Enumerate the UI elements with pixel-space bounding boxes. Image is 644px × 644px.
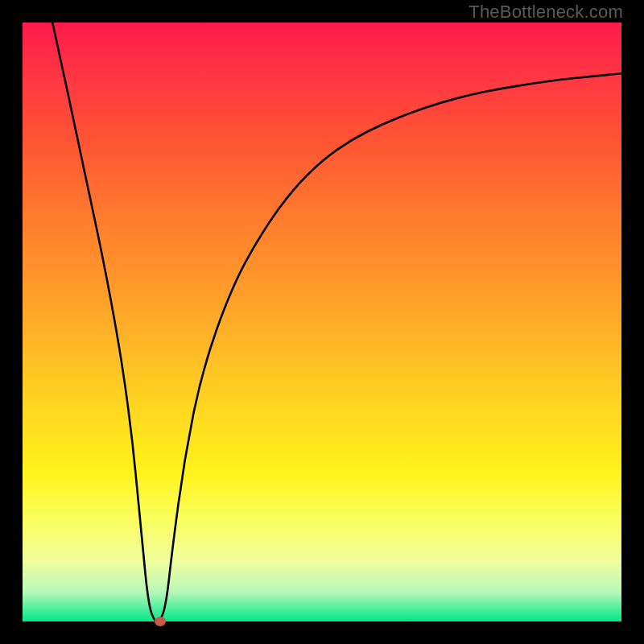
line-series — [52, 23, 621, 621]
data-marker — [155, 617, 166, 626]
watermark-text: TheBottleneck.com — [469, 2, 623, 23]
curve-layer — [23, 23, 621, 621]
chart-frame: TheBottleneck.com — [0, 0, 644, 644]
plot-area — [23, 23, 621, 621]
